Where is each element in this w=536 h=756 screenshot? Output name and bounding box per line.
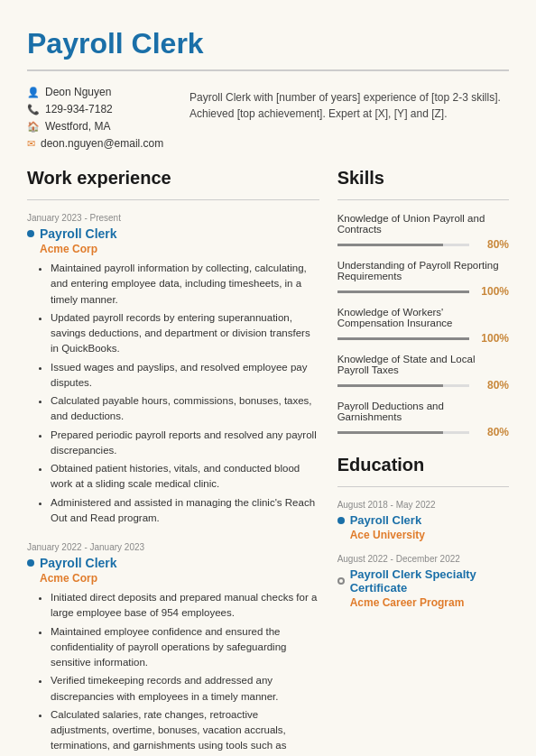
bullet-2-1: Maintained employee confidence and ensur… <box>51 624 319 671</box>
contact-location-row: 🏠 Westford, MA <box>27 120 162 133</box>
skill-bar-fill-3 <box>337 384 443 387</box>
edu-institution-1: Acme Career Program <box>350 596 509 609</box>
job-bullets-2: Initiated direct deposits and prepared m… <box>40 590 319 756</box>
education-title: Education <box>337 455 509 475</box>
job-bullets-1: Maintained payroll information by collec… <box>40 261 319 526</box>
job-date-2: January 2022 - January 2023 <box>27 542 319 552</box>
edu-entry-1: August 2022 - December 2022 Payroll Cler… <box>337 554 509 609</box>
skill-bar-bg-1 <box>337 290 469 293</box>
header: Payroll Clerk 👤 Deon Nguyen 📞 129-934-71… <box>27 27 509 150</box>
header-divider <box>27 69 509 71</box>
edu-title-1: Payroll Clerk Specialty Certificate <box>350 567 509 595</box>
skill-label-0: Knowledge of Union Payroll and Contracts <box>337 213 509 235</box>
education-section: Education August 2018 - May 2022 Payroll… <box>337 455 509 609</box>
bullet-1-0: Maintained payroll information by collec… <box>51 261 319 308</box>
page-container: Payroll Clerk 👤 Deon Nguyen 📞 129-934-71… <box>27 27 509 756</box>
job-title-row-2: Payroll Clerk <box>27 556 319 570</box>
summary-block: Payroll Clerk with [number of years] exp… <box>189 86 509 150</box>
bullet-1-4: Prepared periodic payroll reports and re… <box>51 428 319 459</box>
edu-date-1: August 2022 - December 2022 <box>337 554 509 564</box>
skills-title: Skills <box>337 168 509 189</box>
phone-icon: 📞 <box>27 104 40 115</box>
contact-name: Deon Nguyen <box>45 86 111 98</box>
left-column: Work experience January 2023 - Present P… <box>27 168 319 756</box>
contact-email: deon.nguyen@email.com <box>41 137 163 150</box>
skill-pct-2: 100% <box>476 332 509 345</box>
skill-item-3: Knowledge of State and Local Payroll Tax… <box>337 354 509 392</box>
bullet-dot-2 <box>27 559 34 567</box>
education-divider <box>337 486 509 487</box>
location-icon: 🏠 <box>27 121 40 133</box>
contact-section: 👤 Deon Nguyen 📞 129-934-7182 🏠 Westford,… <box>27 86 509 150</box>
edu-date-0: August 2018 - May 2022 <box>337 500 509 510</box>
skill-item-1: Understanding of Payroll Reporting Requi… <box>337 260 509 298</box>
skill-bar-bg-3 <box>337 384 469 387</box>
bullet-2-3: Calculated salaries, rate changes, retro… <box>51 707 319 756</box>
main-content: Work experience January 2023 - Present P… <box>27 168 509 756</box>
skill-bar-fill-0 <box>337 244 443 246</box>
edu-bullet-0 <box>337 517 345 524</box>
bullet-1-1: Updated payroll records by entering supe… <box>51 310 319 357</box>
skill-bar-bg-4 <box>337 431 469 434</box>
skill-pct-3: 80% <box>476 379 509 392</box>
skill-pct-1: 100% <box>476 285 509 298</box>
skill-pct-4: 80% <box>476 426 509 438</box>
bullet-1-2: Issued wages and payslips, and resolved … <box>51 360 319 392</box>
skill-item-0: Knowledge of Union Payroll and Contracts… <box>337 213 509 251</box>
contact-location: Westford, MA <box>45 120 110 133</box>
edu-title-row-1: Payroll Clerk Specialty Certificate <box>337 567 509 595</box>
job-entry-1: January 2023 - Present Payroll Clerk Acm… <box>27 213 319 526</box>
skill-bar-row-1: 100% <box>337 285 509 298</box>
skill-bar-row-4: 80% <box>337 426 509 438</box>
person-icon: 👤 <box>27 87 40 98</box>
skills-divider <box>337 199 509 200</box>
edu-title-row-0: Payroll Clerk <box>337 513 509 527</box>
bullet-2-2: Verified timekeeping records and address… <box>51 673 319 705</box>
skill-bar-fill-1 <box>337 290 469 293</box>
right-column: Skills Knowledge of Union Payroll and Co… <box>337 168 509 756</box>
skill-bar-fill-2 <box>337 337 469 340</box>
edu-institution-0: Ace University <box>350 529 509 541</box>
skill-pct-0: 80% <box>476 238 509 251</box>
skill-item-2: Knowledge of Workers' Compensation Insur… <box>337 307 509 345</box>
company-name-2: Acme Corp <box>40 572 319 585</box>
contact-phone-row: 📞 129-934-7182 <box>27 103 162 115</box>
skill-bar-bg-2 <box>337 337 469 340</box>
contact-phone: 129-934-7182 <box>45 103 113 115</box>
job-title-1: Payroll Clerk <box>40 226 117 241</box>
skill-label-4: Payroll Deductions and Garnishments <box>337 401 509 422</box>
bullet-1-3: Calculated payable hours, commissions, b… <box>51 393 319 425</box>
edu-bullet-empty-1 <box>337 577 345 585</box>
bullet-dot-1 <box>27 230 34 237</box>
summary-text: Payroll Clerk with [number of years] exp… <box>189 86 509 122</box>
skill-bar-row-0: 80% <box>337 238 509 251</box>
skill-bar-fill-4 <box>337 431 443 434</box>
skill-bar-row-2: 100% <box>337 332 509 345</box>
skill-label-1: Understanding of Payroll Reporting Requi… <box>337 260 509 281</box>
bullet-1-5: Obtained patient histories, vitals, and … <box>51 461 319 493</box>
job-title-row-1: Payroll Clerk <box>27 226 319 241</box>
skill-item-4: Payroll Deductions and Garnishments 80% <box>337 401 509 438</box>
page-title: Payroll Clerk <box>27 27 509 60</box>
work-experience-title: Work experience <box>27 168 319 189</box>
job-entry-2: January 2022 - January 2023 Payroll Cler… <box>27 542 319 756</box>
edu-entry-0: August 2018 - May 2022 Payroll Clerk Ace… <box>337 500 509 541</box>
work-divider <box>27 199 319 200</box>
job-date-1: January 2023 - Present <box>27 213 319 223</box>
skill-bar-row-3: 80% <box>337 379 509 392</box>
bullet-1-6: Administered and assisted in managing th… <box>51 495 319 527</box>
skill-bar-bg-0 <box>337 244 469 246</box>
contact-info: 👤 Deon Nguyen 📞 129-934-7182 🏠 Westford,… <box>27 86 162 150</box>
contact-name-row: 👤 Deon Nguyen <box>27 86 162 98</box>
bullet-2-0: Initiated direct deposits and prepared m… <box>51 590 319 622</box>
skill-label-3: Knowledge of State and Local Payroll Tax… <box>337 354 509 375</box>
email-icon: ✉ <box>27 138 35 150</box>
company-name-1: Acme Corp <box>40 243 319 255</box>
skill-label-2: Knowledge of Workers' Compensation Insur… <box>337 307 509 328</box>
job-title-2: Payroll Clerk <box>40 556 117 570</box>
edu-title-0: Payroll Clerk <box>350 513 422 527</box>
contact-email-row: ✉ deon.nguyen@email.com <box>27 137 162 150</box>
